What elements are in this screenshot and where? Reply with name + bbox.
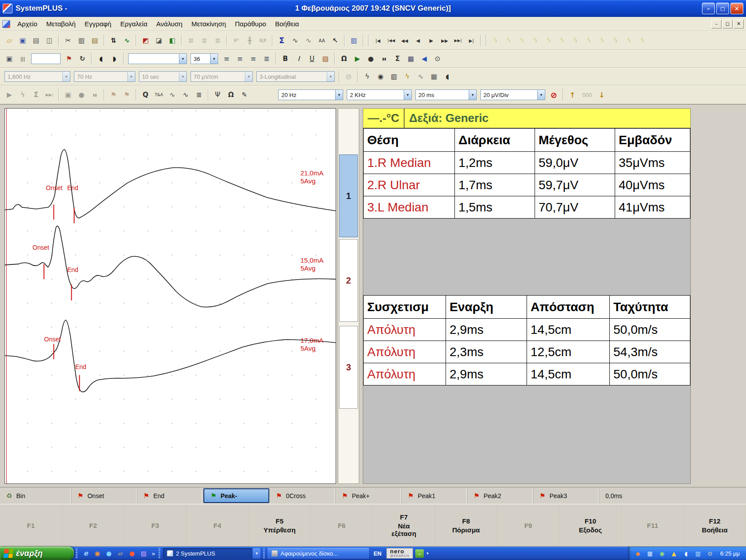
low-freq-dropdown[interactable]: 20 Hz▼ [278,89,343,100]
nav-last-icon[interactable]: ▶| [465,34,478,47]
fkey-f7[interactable]: F7Νέα εξέταση [373,504,435,546]
tray-volume-icon[interactable]: ◖ [682,549,690,557]
marker-box-icon[interactable]: ◪ [153,34,165,47]
onset-marker-button[interactable]: ⚑Onset [71,487,137,504]
intensity-up-icon[interactable]: ↑ [566,89,579,101]
menu-navigation[interactable]: Μετακίνηση [187,18,231,30]
impedance-icon[interactable]: Ω [225,89,237,101]
quicklaunch-folder-icon[interactable]: ▱ [116,549,125,558]
menu-help[interactable]: Βοήθεια [271,18,304,30]
channel-button-3[interactable]: 3 [339,326,358,409]
wave-analyze-icon[interactable]: ∿ [289,34,301,47]
quicklaunch-messenger-icon[interactable]: ● [104,549,114,558]
nav-rewind-icon[interactable]: ◀◀ [398,34,411,47]
nav-prev-page-icon[interactable]: |◀◀ [385,34,397,47]
mdi-minimize-button[interactable]: – [711,20,722,28]
taskbar-button-systemplus[interactable]: 2 SystemPLUS [163,548,252,559]
speaker-icon[interactable]: ◖ [441,70,454,83]
review-grid-icon[interactable]: ▦ [428,70,440,83]
sort-traces-icon[interactable]: ⇅ [107,34,120,47]
peak3-marker-button[interactable]: ⚑Peak3 [533,487,599,504]
text-color-icon[interactable]: ▨ [319,53,332,65]
tray-scheduler-icon[interactable]: ⊙ [706,549,714,557]
menu-tools[interactable]: Εργαλεία [116,18,152,30]
fkey-f8[interactable]: F8Πόρισμα [435,504,498,546]
taskband-handle-2[interactable] [263,548,265,558]
nav-ffwd-icon[interactable]: ▶▶ [438,34,451,47]
task-group-chevron[interactable]: ▼ [253,548,260,559]
paste-icon[interactable]: ▤ [89,34,101,47]
end-marker-button[interactable]: ⚑End [137,487,203,504]
peak-minus-marker-button[interactable]: ⚑Peak- [203,488,269,503]
comb-filter-icon[interactable]: ≣ [193,89,205,101]
stim-disabled-icon[interactable]: ⊘ [547,89,560,101]
quicklaunch-media-player-icon[interactable]: ◉ [93,549,102,558]
align-center-icon[interactable]: ≡ [234,53,246,65]
print-preview-icon[interactable]: ◫ [43,34,56,47]
fkey-f10[interactable]: F10Εξοδος [560,504,622,546]
quick-text-field[interactable] [31,53,61,64]
taskbar-button-removable-disk[interactable]: Αφαιρούμενος δίσκο... [268,548,369,559]
summation-icon[interactable]: Σ [276,34,288,47]
quicklaunch-browser-icon[interactable]: ● [127,549,137,558]
mdi-close-button[interactable]: ✕ [734,20,744,28]
pointer-icon[interactable]: ↖ [329,34,341,47]
font-size-dropdown[interactable]: 36▼ [191,53,218,64]
quicklaunch-ie-icon[interactable]: e [81,549,90,558]
timer-icon[interactable]: ⊙ [431,53,444,65]
intensity-down-icon[interactable]: ↓ [596,89,608,101]
bold-icon[interactable]: B [279,53,292,65]
bin-button[interactable]: ♻Bin [0,487,71,504]
waveform-color-icon[interactable]: ∿ [121,34,133,47]
tray-antivirus-icon[interactable]: ▲ [670,549,678,557]
align-justify-icon[interactable]: ≣ [260,53,273,65]
tray-stimulator-icon[interactable]: ◆ [634,549,642,557]
marker-flag-icon[interactable]: ◩ [139,34,152,47]
montage-grid-icon[interactable]: ▦ [405,53,417,65]
menu-edit[interactable]: Μεταβολή [42,18,80,30]
peak-plus-marker-button[interactable]: ⚑Peak+ [336,487,401,504]
align-left-icon[interactable]: ≡ [220,53,233,65]
zero-cross-icon[interactable]: ∿ [179,89,192,101]
averaging-icon[interactable]: AA [316,34,328,47]
ta-marker-icon[interactable]: T&A [153,89,165,101]
italic-icon[interactable]: I [292,53,305,65]
stim-audio-icon[interactable]: ϟ [361,70,373,83]
nero-search-band[interactable]: nero @SEARCH [386,548,413,559]
font-name-dropdown[interactable]: ▼ [128,53,187,64]
tray-network-icon[interactable]: ▥ [694,549,702,557]
restore-button[interactable]: ◻ [716,3,729,14]
marker-check-icon[interactable]: ◧ [166,34,178,47]
nav-forward-icon[interactable]: ▶ [425,34,438,47]
print-icon[interactable]: ▤ [30,34,42,47]
menu-window[interactable]: Παράθυρο [231,18,271,30]
notebook-icon[interactable]: ▥ [348,34,360,47]
open-file-icon[interactable]: ▱ [3,34,16,47]
sensitivity-dropdown[interactable]: 20 μV/Div▼ [480,89,545,100]
fkey-f5[interactable]: F5Υπέρθεση [249,504,311,546]
fkey-f12[interactable]: F12Βοήθεια [684,504,746,546]
menu-analysis[interactable]: Ανάλυση [152,18,187,30]
wave-flags-icon[interactable]: ∿ [166,89,178,101]
save-icon[interactable]: ▣ [16,34,29,47]
stim-probe-icon[interactable]: Ψ [211,89,224,101]
channel-button-1[interactable]: 1 [339,154,358,237]
annotate-icon[interactable]: ✎ [238,89,251,101]
record-icon[interactable]: ● [365,53,377,65]
wave-measure-icon[interactable]: ∿ [302,34,315,47]
quicklaunch-overflow-chevron[interactable]: » [150,547,157,560]
taskband-handle[interactable] [158,548,160,558]
pan-right-icon[interactable]: ◗ [108,53,121,65]
chevron-down-icon[interactable]: ▼ [537,90,545,100]
tray-safely-remove-icon[interactable]: ◉ [658,549,666,557]
page-refresh-icon[interactable]: ↻ [76,53,89,65]
pan-left-icon[interactable]: ◖ [95,53,107,65]
mdi-restore-button[interactable]: ◻ [722,20,733,28]
copy-icon[interactable]: ▥ [75,34,88,47]
high-freq-dropdown[interactable]: 2 KHz▼ [347,89,412,100]
peak2-marker-button[interactable]: ⚑Peak2 [467,487,533,504]
recorder-icon[interactable]: ▥ [388,70,400,83]
play-icon[interactable]: ▶ [351,53,364,65]
quicklaunch-handle[interactable] [76,548,77,558]
report-image-icon[interactable]: ▣ [3,53,16,65]
